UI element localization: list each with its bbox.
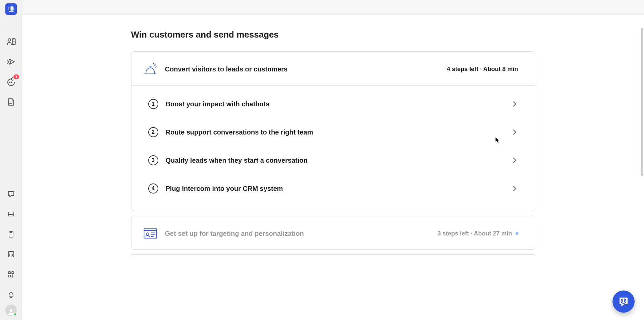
sidebar-item-messages[interactable] xyxy=(6,189,16,199)
steps-list: 1 Boost your impact with chatbots 2 Rout… xyxy=(131,86,535,211)
apps-icon xyxy=(7,270,15,278)
chart-icon xyxy=(7,250,15,258)
clipboard-icon xyxy=(7,230,15,238)
article-icon xyxy=(7,98,15,106)
sidebar-item-contacts[interactable] xyxy=(6,36,16,47)
step-number: 3 xyxy=(148,155,158,165)
step-plug-crm[interactable]: 4 Plug Intercom into your CRM system xyxy=(131,174,535,203)
sidebar-avatar[interactable] xyxy=(5,305,17,316)
svg-rect-21 xyxy=(8,272,10,274)
svg-line-30 xyxy=(154,64,155,66)
sidebar-item-apps[interactable] xyxy=(6,269,16,280)
chevron-right-icon xyxy=(511,157,518,164)
scrollbar-thumb[interactable] xyxy=(641,28,643,176)
svg-line-32 xyxy=(153,63,154,64)
svg-line-31 xyxy=(155,67,156,67)
sidebar-item-tasks[interactable] xyxy=(6,229,16,239)
step-label: Boost your impact with chatbots xyxy=(166,100,511,108)
svg-point-35 xyxy=(146,233,149,235)
svg-rect-22 xyxy=(12,272,14,274)
step-label: Plug Intercom into your CRM system xyxy=(166,185,511,193)
intercom-chat-icon xyxy=(618,296,629,307)
sidebar-item-inbox[interactable]: 1 xyxy=(6,76,16,87)
page-title: Win customers and send messages xyxy=(131,30,535,40)
svg-rect-23 xyxy=(8,275,10,277)
message-icon xyxy=(7,190,15,198)
sidebar-item-notifications[interactable] xyxy=(6,289,16,300)
svg-rect-6 xyxy=(12,39,15,45)
step-label: Route support conversations to the right… xyxy=(166,128,511,136)
step-number: 2 xyxy=(148,127,158,137)
status-dot-icon xyxy=(516,232,518,235)
inbox-badge: 1 xyxy=(13,74,19,79)
card-meta: 4 steps left · About 8 min xyxy=(447,66,518,73)
svg-point-27 xyxy=(9,309,12,312)
sidebar-item-articles[interactable] xyxy=(6,97,16,107)
send-icon xyxy=(6,57,16,67)
news-icon xyxy=(7,210,15,218)
card-title: Convert visitors to leads or customers xyxy=(165,65,447,73)
svg-rect-13 xyxy=(8,212,14,216)
card-convert-visitors: Convert visitors to leads or customers 4… xyxy=(131,51,535,211)
topbar xyxy=(22,0,644,15)
chevron-right-icon xyxy=(511,185,518,192)
profile-card-icon xyxy=(143,226,158,241)
sidebar-item-news[interactable] xyxy=(6,209,16,219)
step-route-support[interactable]: 2 Route support conversations to the rig… xyxy=(131,118,535,146)
step-boost-chatbots[interactable]: 1 Boost your impact with chatbots xyxy=(131,90,535,118)
card-header[interactable]: Convert visitors to leads or customers 4… xyxy=(131,52,535,85)
svg-point-5 xyxy=(8,39,11,41)
card-header[interactable]: Get set up for targeting and personaliza… xyxy=(131,216,535,249)
main: Win customers and send messages Convert … xyxy=(22,15,644,320)
app-logo[interactable] xyxy=(5,3,17,15)
card-placeholder xyxy=(131,254,535,256)
card-meta: 3 steps left · About 27 min xyxy=(437,230,518,237)
svg-point-10 xyxy=(11,82,12,83)
bell-service-icon xyxy=(143,62,158,76)
scrollbar[interactable] xyxy=(641,28,643,320)
card-meta-text: 3 steps left · About 27 min xyxy=(437,230,512,237)
chevron-right-icon xyxy=(511,128,518,136)
card-targeting-personalization: Get set up for targeting and personaliza… xyxy=(131,216,535,250)
cursor-icon xyxy=(495,137,500,144)
chevron-right-icon xyxy=(511,100,518,108)
contacts-icon xyxy=(6,37,16,47)
step-number: 1 xyxy=(148,99,158,109)
step-qualify-leads[interactable]: 3 Qualify leads when they start a conver… xyxy=(131,146,535,174)
sidebar: 1 xyxy=(0,0,22,320)
card-title: Get set up for targeting and personaliza… xyxy=(165,230,438,237)
svg-point-9 xyxy=(9,82,10,83)
intercom-icon xyxy=(7,5,15,13)
step-number: 4 xyxy=(148,183,158,194)
bell-icon xyxy=(7,290,15,299)
step-label: Qualify leads when they start a conversa… xyxy=(166,157,511,164)
sidebar-item-outbound[interactable] xyxy=(6,56,16,67)
chat-launcher[interactable] xyxy=(612,290,635,313)
sidebar-item-reports[interactable] xyxy=(6,249,16,260)
status-online-dot xyxy=(13,313,17,316)
